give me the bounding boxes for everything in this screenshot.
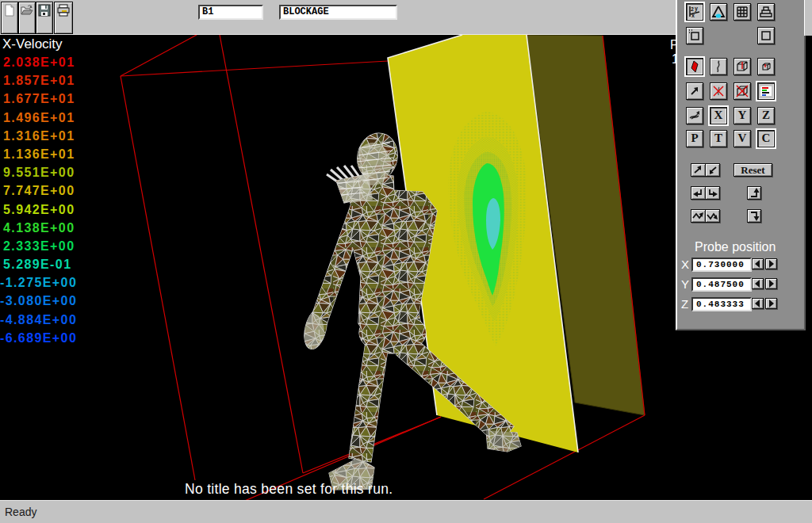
svg-text:x: x <box>691 13 695 18</box>
svg-text:1.136E+01: 1.136E+01 <box>3 147 75 161</box>
svg-text:X-Velocity: X-Velocity <box>2 36 63 52</box>
svg-text:4.138E+00: 4.138E+00 <box>3 221 75 235</box>
svg-text:1.857E+01: 1.857E+01 <box>3 74 75 87</box>
svg-text:5.289E-01: 5.289E-01 <box>3 258 71 271</box>
svg-text:-4.884E+00: -4.884E+00 <box>0 313 77 326</box>
svg-text:5.942E+00: 5.942E+00 <box>3 203 75 216</box>
svg-text:y: y <box>695 6 698 12</box>
svg-text:2: 2 <box>691 6 694 12</box>
svg-text:1.677E+01: 1.677E+01 <box>3 92 75 105</box>
svg-text:2.038E+01: 2.038E+01 <box>3 55 75 69</box>
svg-text:-6.689E+00: -6.689E+00 <box>0 331 77 345</box>
svg-text:1.316E+01: 1.316E+01 <box>3 129 75 143</box>
svg-text:No title has been set for this: No title has been set for this run. <box>185 481 393 497</box>
svg-text:7.747E+00: 7.747E+00 <box>3 184 75 197</box>
svg-text:2.333E+00: 2.333E+00 <box>3 239 75 253</box>
svg-text:1.496E+01: 1.496E+01 <box>3 111 75 124</box>
svg-text:-1.275E+00: -1.275E+00 <box>0 276 77 289</box>
svg-text:-3.080E+00: -3.080E+00 <box>0 294 77 307</box>
svg-text:9.551E+00: 9.551E+00 <box>3 166 75 179</box>
